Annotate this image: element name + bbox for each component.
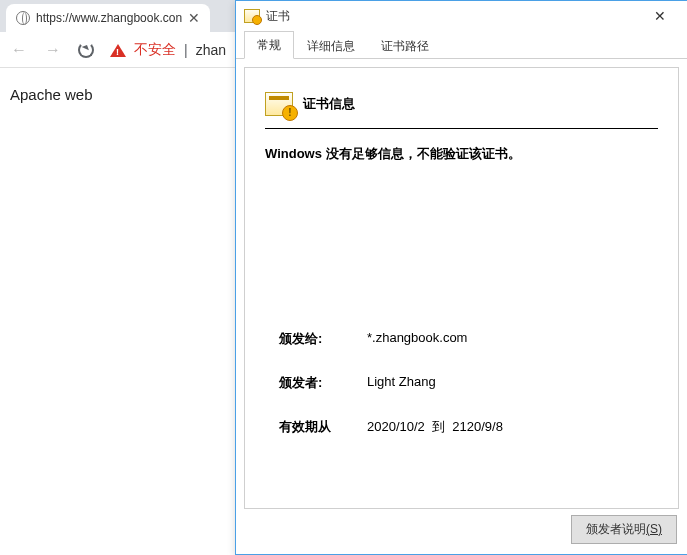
issuer-value: Light Zhang — [367, 374, 436, 392]
validity-row: 有效期从 2020/10/2 到 2120/9/8 — [265, 410, 658, 454]
reload-icon[interactable] — [78, 42, 94, 58]
url-text: zhan — [196, 42, 226, 58]
issued-to-label: 颁发给: — [279, 330, 339, 348]
valid-from-label: 有效期从 — [279, 418, 339, 436]
page-text: Apache web — [10, 86, 93, 103]
insecure-label: 不安全 — [134, 41, 176, 59]
certificate-icon — [244, 9, 260, 23]
forward-button[interactable]: → — [44, 41, 62, 59]
address-separator: | — [184, 42, 188, 58]
cert-panel: 证书信息 Windows 没有足够信息，不能验证该证书。 颁发给: *.zhan… — [244, 67, 679, 509]
tab-general[interactable]: 常规 — [244, 31, 294, 59]
certificate-dialog: 证书 ✕ 常规 详细信息 证书路径 证书信息 Windows 没有足够信息，不能… — [235, 0, 687, 555]
tab-body: 证书信息 Windows 没有足够信息，不能验证该证书。 颁发给: *.zhan… — [236, 59, 687, 554]
dialog-tabs: 常规 详细信息 证书路径 — [236, 31, 687, 59]
certificate-warning-icon — [265, 92, 293, 116]
dialog-titlebar[interactable]: 证书 ✕ — [236, 1, 687, 31]
warning-icon — [110, 36, 126, 57]
cert-info-heading: 证书信息 — [303, 95, 355, 113]
divider — [265, 128, 658, 129]
back-button[interactable]: ← — [10, 41, 28, 59]
tab-cert-path[interactable]: 证书路径 — [368, 32, 442, 59]
tab-details[interactable]: 详细信息 — [294, 32, 368, 59]
issuer-label: 颁发者: — [279, 374, 339, 392]
browser-tab[interactable]: https://www.zhangbook.con ✕ — [6, 4, 210, 32]
issued-to-value: *.zhangbook.com — [367, 330, 467, 348]
issuer-row: 颁发者: Light Zhang — [265, 366, 658, 410]
issued-to-row: 颁发给: *.zhangbook.com — [265, 322, 658, 366]
globe-icon — [16, 11, 30, 25]
issuer-statement-button[interactable]: 颁发者说明(S) — [571, 515, 677, 544]
cert-warning-message: Windows 没有足够信息，不能验证该证书。 — [265, 145, 658, 163]
dialog-title: 证书 — [266, 8, 290, 25]
valid-from-value: 2020/10/2 到 2120/9/8 — [367, 418, 503, 436]
dialog-button-row: 颁发者说明(S) — [244, 509, 679, 546]
close-tab-icon[interactable]: ✕ — [188, 11, 200, 25]
dialog-close-button[interactable]: ✕ — [641, 2, 679, 30]
tab-title: https://www.zhangbook.con — [36, 11, 182, 25]
